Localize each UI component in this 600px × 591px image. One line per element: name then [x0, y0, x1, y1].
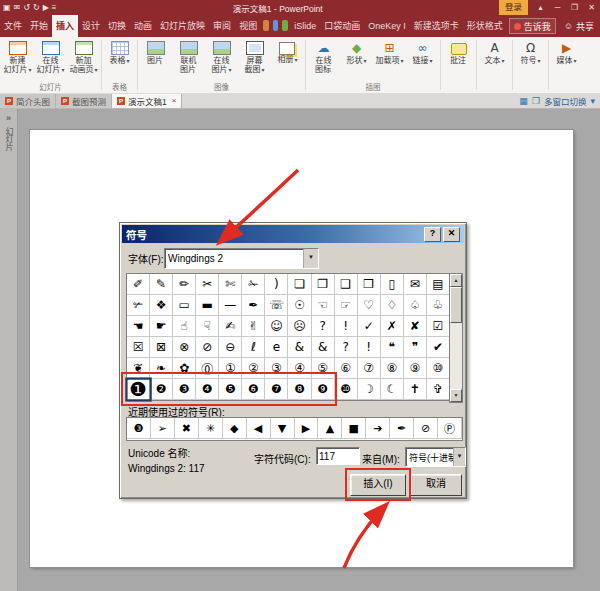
tab-view[interactable]: 视图 [235, 15, 261, 37]
multi-window-label[interactable]: 多窗口切换 [544, 95, 587, 107]
symbol-cell[interactable]: & [312, 337, 335, 358]
symbol-cell[interactable]: ✐ [127, 274, 150, 295]
symbol-cell[interactable]: ! [358, 337, 381, 358]
symbol-cell[interactable]: ✔ [427, 337, 450, 358]
cancel-button[interactable]: 取消 [410, 474, 462, 496]
login-button[interactable]: 登录 [499, 0, 528, 15]
symbol-cell[interactable]: ☽ [358, 379, 381, 400]
symbol-cell[interactable]: ⑥ [335, 358, 358, 379]
char-code-input[interactable] [316, 447, 360, 465]
symbol-cell[interactable]: ② [242, 358, 265, 379]
symbol-cell[interactable]: ✄ [219, 274, 242, 295]
symbol-cell[interactable]: ✁ [242, 274, 265, 295]
chevron-down-icon[interactable]: ▼ [303, 249, 318, 268]
collapsed-thumbnails-panel[interactable]: » 幻灯片 [0, 108, 18, 591]
recent-symbol-cell[interactable]: ▲ [318, 418, 342, 439]
symbol-cell[interactable]: ☺ [265, 316, 288, 337]
symbol-cell[interactable]: ⊠ [150, 337, 173, 358]
symbol-cell[interactable]: ✞ [427, 379, 450, 400]
symbol-cell[interactable]: ❝ [381, 337, 404, 358]
scroll-down-icon[interactable]: ▼ [450, 389, 462, 402]
new-slide-button[interactable]: 新建 幻灯片▾ [1, 38, 34, 82]
symbol-cell[interactable]: ❖ [150, 295, 173, 316]
symbol-cell[interactable]: ③ [265, 358, 288, 379]
recent-symbol-cell[interactable]: ⊘ [414, 418, 438, 439]
symbol-cell[interactable]: ❞ [404, 337, 427, 358]
symbol-button[interactable]: Ω 符号▾ [514, 38, 547, 93]
symbol-cell[interactable]: ⊗ [173, 337, 196, 358]
symbol-cell[interactable]: ✌ [242, 316, 265, 337]
tab-animations[interactable]: 动画 [130, 15, 156, 37]
minimize-icon[interactable]: ─ [549, 0, 566, 15]
new-animation-page-button[interactable]: 新加 动画页▾ [67, 38, 100, 82]
symbol-cell[interactable]: ✍ [219, 316, 242, 337]
save-icon[interactable]: ▣ [3, 0, 11, 15]
symbol-cell[interactable]: ? [335, 337, 358, 358]
recent-symbol-cell[interactable]: ◆ [223, 418, 247, 439]
symbol-cell[interactable]: ❷ [150, 379, 173, 400]
symbol-cell[interactable]: ! [335, 316, 358, 337]
chevron-down-icon[interactable]: ▼ [453, 448, 465, 466]
tab-slideshow[interactable]: 幻灯片放映 [156, 15, 209, 37]
symbol-cell[interactable]: ❒ [358, 274, 381, 295]
close-icon[interactable]: ✕ [583, 0, 600, 15]
symbol-cell[interactable]: ☞ [335, 295, 358, 316]
symbol-cell[interactable]: ▬ [196, 295, 219, 316]
symbol-cell[interactable]: ⊖ [219, 337, 242, 358]
symbol-cell[interactable]: ④ [288, 358, 311, 379]
symbol-cell[interactable]: ⓪ [196, 358, 219, 379]
symbol-cell[interactable]: ✒ [242, 295, 265, 316]
symbol-cell[interactable]: ☜ [312, 295, 335, 316]
close-tab-icon[interactable]: × [172, 97, 177, 105]
symbol-cell[interactable]: ⑦ [358, 358, 381, 379]
symbol-cell[interactable]: ❹ [196, 379, 219, 400]
scrollbar-thumb[interactable] [450, 287, 462, 323]
online-picture-button[interactable]: 联机 图片 [172, 38, 205, 82]
symbol-cell[interactable]: ❿ [335, 379, 358, 400]
dialog-close-icon[interactable]: ✕ [443, 227, 460, 242]
dialog-help-icon[interactable]: ? [424, 227, 441, 242]
recent-symbol-cell[interactable]: ◀ [247, 418, 271, 439]
symbol-cell[interactable]: ❶ [125, 377, 152, 401]
symbol-cell[interactable]: ⑤ [312, 358, 335, 379]
insert-button[interactable]: 插入(I) [350, 474, 406, 496]
symbol-cell[interactable]: ❼ [265, 379, 288, 400]
recent-symbol-cell[interactable]: ✖ [175, 418, 199, 439]
font-select[interactable]: Wingdings 2 ▼ [164, 248, 319, 269]
tab-home[interactable]: 开始 [26, 15, 52, 37]
symbol-cell[interactable]: — [219, 295, 242, 316]
symbol-cell[interactable]: ⑧ [381, 358, 404, 379]
media-button[interactable]: ▶ 媒体▾ [550, 38, 583, 93]
recent-symbol-cell[interactable]: ✒ [390, 418, 414, 439]
recent-symbol-cell[interactable]: ▶ [295, 418, 319, 439]
symbol-cell[interactable]: ❐ [312, 274, 335, 295]
online-slide-button[interactable]: 在线 幻灯片▾ [34, 38, 67, 82]
symbol-cell[interactable]: ✗ [381, 316, 404, 337]
document-tab-active[interactable]: P 演示文稿1 × [112, 94, 182, 108]
symbol-cell[interactable]: ❏ [288, 274, 311, 295]
symbol-cell[interactable]: ❑ [335, 274, 358, 295]
shapes-button[interactable]: ◆ 形状▾ [340, 38, 373, 82]
symbol-cell[interactable]: ✂ [196, 274, 219, 295]
symbol-cell[interactable]: ☛ [150, 316, 173, 337]
picture-button[interactable]: 图片 [139, 38, 172, 82]
ribbon-display-options-icon[interactable]: ▴ [532, 0, 549, 15]
symbol-cell[interactable]: ☑ [427, 316, 450, 337]
undo-icon[interactable]: ↺ [23, 0, 30, 15]
symbol-cell[interactable]: e [265, 337, 288, 358]
symbol-cell[interactable]: ☝ [173, 316, 196, 337]
expand-panel-icon[interactable]: » [0, 111, 17, 125]
tab-new-custom[interactable]: 新建选项卡 [410, 15, 463, 37]
tab-islide[interactable]: iSlide [290, 15, 320, 37]
symbol-cell[interactable]: ☏ [265, 295, 288, 316]
symbol-cell[interactable]: ♡ [358, 295, 381, 316]
link-button[interactable]: ∞ 链接▾ [406, 38, 439, 82]
dialog-title-bar[interactable]: 符号 ? ✕ [122, 225, 464, 243]
symbol-cell[interactable]: ▤ [427, 274, 450, 295]
share-button[interactable]: ☺ 共享 [558, 15, 600, 37]
tab-file[interactable]: 文件 [0, 15, 26, 37]
symbol-cell[interactable]: ✃ [127, 295, 150, 316]
symbol-cell[interactable]: ⊘ [196, 337, 219, 358]
tab-onekey[interactable]: OneKey I [364, 15, 410, 37]
symbol-cell[interactable]: ☒ [127, 337, 150, 358]
